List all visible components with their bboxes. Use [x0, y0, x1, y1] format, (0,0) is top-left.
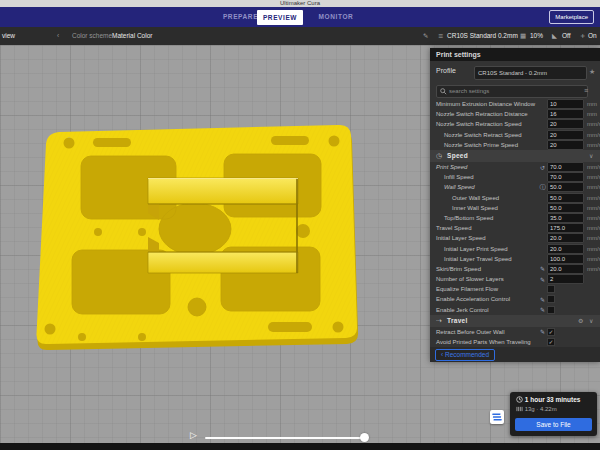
collapse-chevron-icon[interactable]: ‹: [57, 27, 59, 45]
support-icon: ◣: [552, 27, 557, 45]
summary-adhesion[interactable]: On: [588, 27, 597, 45]
setting-value-input[interactable]: 10: [547, 99, 584, 109]
setting-checkbox[interactable]: [547, 285, 555, 293]
setting-row: Nozzle Switch Retract Speed20mm/s: [430, 130, 600, 140]
summary-support[interactable]: Off: [562, 27, 571, 45]
setting-row: Initial Layer Speed20.0mm/s: [430, 233, 600, 243]
setting-value-input[interactable]: 20.0: [547, 264, 584, 274]
panel-title[interactable]: Print settings: [430, 48, 600, 61]
window-title: Ultimaker Cura: [280, 0, 320, 6]
marketplace-button[interactable]: Marketplace: [549, 10, 594, 24]
sliced-model-preview[interactable]: [20, 80, 420, 380]
main-header: PREPARE PREVIEW MONITOR Marketplace: [0, 7, 600, 27]
profile-row: Profile CR10S Standard - 0.2mm ★: [430, 61, 600, 84]
info-icon[interactable]: ⓘ: [538, 183, 547, 192]
profile-dropdown[interactable]: CR10S Standard - 0.2mm: [474, 66, 587, 80]
setting-value-input[interactable]: 16: [547, 109, 584, 119]
settings-list: Minimum Extrusion Distance Window10mmNoz…: [430, 99, 600, 347]
filter-icon[interactable]: ≡: [584, 87, 588, 94]
gear-icon[interactable]: ⚙: [578, 317, 589, 324]
tab-monitor[interactable]: MONITOR: [312, 7, 360, 27]
print-estimate-panel: 1 hour 33 minutes 13g · 4.22m Save to Fi…: [510, 392, 597, 436]
layers-icon: ≡: [438, 27, 443, 45]
setting-checkbox[interactable]: [547, 295, 555, 303]
print-settings-panel: Print settings Profile CR10S Standard - …: [430, 48, 600, 362]
setting-value-input[interactable]: 175.0: [547, 223, 584, 233]
recommended-button[interactable]: ‹ Recommended: [435, 349, 495, 361]
setting-row: Top/Bottom Speed35.0mm/s: [430, 213, 600, 223]
window-titlebar: Ultimaker Cura: [0, 0, 600, 7]
setting-row: Enable Jerk Control✎: [430, 305, 600, 315]
pencil-icon[interactable]: ✎: [538, 306, 547, 313]
clock-icon: [516, 396, 523, 403]
simulation-slider-handle[interactable]: [360, 433, 369, 442]
setting-row: Number of Slower Layers✎2: [430, 274, 600, 284]
pencil-icon[interactable]: ✎: [538, 265, 547, 272]
setting-row: Initial Layer Print Speed20.0mm/s: [430, 243, 600, 253]
bottom-strip: [0, 443, 600, 450]
color-scheme-label: Color scheme: [72, 27, 112, 45]
setting-value-input[interactable]: 50.0: [547, 203, 584, 213]
print-time-row: 1 hour 33 minutes: [516, 396, 580, 403]
setting-row: Avoid Printed Parts When Traveling✓: [430, 337, 600, 347]
tab-preview[interactable]: PREVIEW: [257, 10, 303, 25]
plate-body: [20, 80, 420, 380]
search-row: search settings ≡: [430, 84, 600, 99]
setting-row: Skirt/Brim Speed✎20.0mm/s: [430, 264, 600, 274]
preview-stages-button[interactable]: [490, 410, 504, 424]
adhesion-icon: +: [580, 27, 585, 45]
setting-value-input[interactable]: 50.0: [547, 182, 584, 192]
pencil-icon[interactable]: ✎: [538, 328, 547, 335]
reset-icon[interactable]: ↺: [538, 164, 547, 171]
setting-row: Nozzle Switch Retraction Speed20mm/s: [430, 119, 600, 129]
search-input[interactable]: search settings: [436, 85, 588, 98]
settings-section-speed[interactable]: ◷Speed∨: [430, 150, 600, 162]
setting-value-input[interactable]: 70.0: [547, 172, 584, 182]
setting-row: Infill Speed70.0mm/s: [430, 172, 600, 182]
setting-value-input[interactable]: 35.0: [547, 213, 584, 223]
pencil-icon[interactable]: ✎: [538, 276, 547, 283]
setting-checkbox[interactable]: ✓: [547, 338, 555, 346]
favorite-star-icon[interactable]: ★: [589, 68, 595, 76]
setting-value-input[interactable]: 2: [547, 274, 584, 284]
save-to-file-button[interactable]: Save to File: [515, 418, 592, 431]
setting-checkbox[interactable]: [547, 306, 555, 314]
play-button[interactable]: ▷: [190, 430, 197, 440]
cura-window: Ultimaker Cura PREPARE PREVIEW MONITOR M…: [0, 0, 600, 450]
material-usage-row: 13g · 4.22m: [516, 406, 557, 412]
setting-row: Enable Acceleration Control✎: [430, 294, 600, 304]
setting-row: Initial Layer Travel Speed100.0mm/s: [430, 254, 600, 264]
filament-icon: [516, 406, 523, 412]
setting-row: Minimum Extrusion Distance Window10mm: [430, 99, 600, 109]
settings-section-travel[interactable]: ⇢Travel⚙∨: [430, 315, 600, 327]
setting-value-input[interactable]: 100.0: [547, 254, 584, 264]
setting-row: Retract Before Outer Wall✎✓: [430, 327, 600, 337]
view-dropdown[interactable]: view: [2, 27, 15, 45]
setting-value-input[interactable]: 20: [547, 140, 584, 150]
summary-profile[interactable]: CR10S Standard 0.2mm: [447, 27, 518, 45]
summary-infill[interactable]: 10%: [530, 27, 543, 45]
edit-pencil-icon[interactable]: ✎: [423, 27, 428, 45]
setting-row: Wall Speedⓘ50.0mm/s: [430, 182, 600, 192]
setting-value-input[interactable]: 70.0: [547, 162, 584, 172]
setting-value-input[interactable]: 20: [547, 119, 584, 129]
chevron-down-icon[interactable]: ∨: [589, 317, 600, 324]
infill-icon: ▦: [520, 27, 526, 45]
profile-label: Profile: [436, 67, 456, 74]
color-scheme-value[interactable]: Material Color: [112, 27, 152, 45]
speed-gauge-icon: ◷: [436, 152, 447, 160]
print-time: 1 hour 33 minutes: [525, 396, 581, 403]
setting-value-input[interactable]: 20.0: [547, 233, 584, 243]
setting-checkbox[interactable]: ✓: [547, 328, 555, 336]
setting-value-input[interactable]: 20.0: [547, 244, 584, 254]
stages-icon: [490, 410, 504, 424]
panel-footer: ‹ Recommended: [430, 347, 600, 362]
setting-row: Nozzle Switch Retraction Distance16mm: [430, 109, 600, 119]
setting-value-input[interactable]: 50.0: [547, 193, 584, 203]
setting-row: Travel Speed175.0mm/s: [430, 223, 600, 233]
setting-value-input[interactable]: 20: [547, 130, 584, 140]
setting-row: Outer Wall Speed50.0mm/s: [430, 193, 600, 203]
simulation-slider-track[interactable]: [205, 437, 365, 439]
chevron-down-icon[interactable]: ∨: [589, 152, 600, 159]
pencil-icon[interactable]: ✎: [538, 296, 547, 303]
